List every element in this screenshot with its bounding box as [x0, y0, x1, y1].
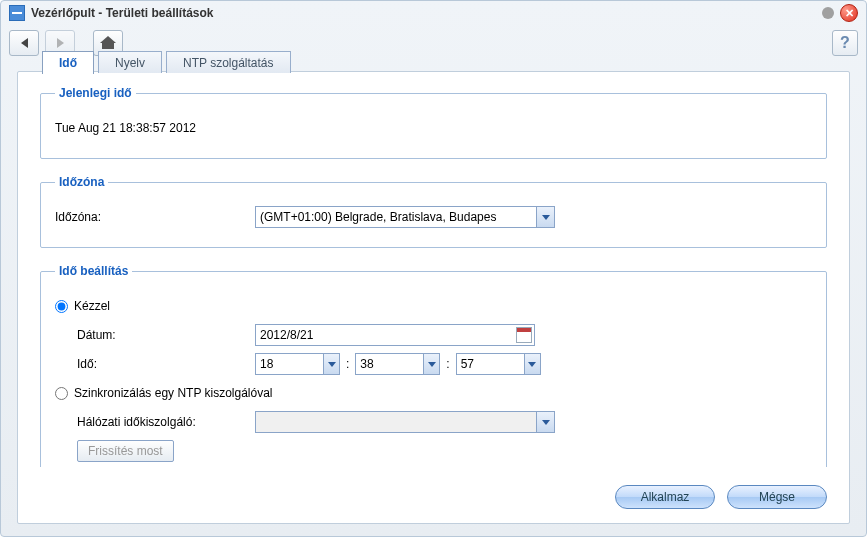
time-label: Idő:	[77, 357, 255, 371]
cancel-button[interactable]: Mégse	[727, 485, 827, 509]
manual-radio[interactable]	[55, 300, 68, 313]
timezone-label: Időzóna:	[55, 210, 255, 224]
colon-sep: :	[446, 357, 449, 371]
ntp-radio[interactable]	[55, 387, 68, 400]
ntp-radio-label: Szinkronizálás egy NTP kiszolgálóval	[74, 386, 273, 400]
cancel-label: Mégse	[759, 490, 795, 504]
date-label: Dátum:	[77, 328, 255, 342]
dropdown-button[interactable]	[323, 354, 339, 374]
tab-ntp-label: NTP szolgáltatás	[183, 56, 274, 70]
second-select[interactable]: 57	[456, 353, 541, 375]
apply-button[interactable]: Alkalmaz	[615, 485, 715, 509]
current-time-value: Tue Aug 21 18:38:57 2012	[55, 121, 196, 135]
tab-language[interactable]: Nyelv	[98, 51, 162, 73]
second-value: 57	[461, 357, 474, 371]
ntp-radio-row[interactable]: Szinkronizálás egy NTP kiszolgálóval	[55, 386, 273, 400]
arrow-left-icon	[21, 38, 28, 48]
manual-radio-label: Kézzel	[74, 299, 110, 313]
minute-value: 38	[360, 357, 373, 371]
dropdown-button[interactable]	[536, 207, 554, 227]
window-title: Vezérlőpult - Területi beállítások	[31, 6, 214, 20]
dropdown-button[interactable]	[423, 354, 439, 374]
timezone-legend: Időzóna	[55, 175, 108, 189]
server-label: Hálózati időkiszolgáló:	[77, 415, 255, 429]
arrow-right-icon	[57, 38, 64, 48]
chevron-down-icon	[542, 215, 550, 220]
back-button[interactable]	[9, 30, 39, 56]
current-time-group: Jelenlegi idő Tue Aug 21 18:38:57 2012	[40, 86, 827, 159]
timezone-select[interactable]: (GMT+01:00) Belgrade, Bratislava, Budape…	[255, 206, 555, 228]
tab-language-label: Nyelv	[115, 56, 145, 70]
time-setting-group: Idő beállítás Kézzel Dátum: 2012/8/21	[40, 264, 827, 467]
chevron-down-icon	[428, 362, 436, 367]
footer: Alkalmaz Mégse	[615, 485, 827, 509]
ntp-server-select[interactable]	[255, 411, 555, 433]
colon-sep: :	[346, 357, 349, 371]
control-panel-window: Vezérlőpult - Területi beállítások ✕ ? I…	[0, 0, 867, 537]
tab-bar: Idő Nyelv NTP szolgáltatás	[42, 51, 295, 74]
tab-time-label: Idő	[59, 56, 77, 70]
help-button[interactable]: ?	[832, 30, 858, 56]
tab-ntp[interactable]: NTP szolgáltatás	[166, 51, 291, 73]
refresh-now-label: Frissítés most	[88, 444, 163, 458]
tab-time[interactable]: Idő	[42, 51, 94, 74]
date-input[interactable]: 2012/8/21	[255, 324, 535, 346]
current-time-legend: Jelenlegi idő	[55, 86, 136, 100]
app-icon	[9, 5, 25, 21]
minute-select[interactable]: 38	[355, 353, 440, 375]
calendar-icon[interactable]	[516, 327, 532, 343]
manual-radio-row[interactable]: Kézzel	[55, 299, 110, 313]
home-icon	[101, 37, 115, 49]
content-panel: Idő Nyelv NTP szolgáltatás Jelenlegi idő…	[17, 71, 850, 524]
timezone-select-value: (GMT+01:00) Belgrade, Bratislava, Budape…	[260, 210, 496, 224]
apply-label: Alkalmaz	[641, 490, 690, 504]
time-setting-legend: Idő beállítás	[55, 264, 132, 278]
titlebar: Vezérlőpult - Területi beállítások ✕	[1, 1, 866, 25]
hour-value: 18	[260, 357, 273, 371]
refresh-now-button[interactable]: Frissítés most	[77, 440, 174, 462]
dropdown-button[interactable]	[536, 412, 554, 432]
close-button[interactable]: ✕	[840, 4, 858, 22]
hour-select[interactable]: 18	[255, 353, 340, 375]
date-input-value: 2012/8/21	[260, 328, 313, 342]
chevron-down-icon	[528, 362, 536, 367]
minimize-icon[interactable]	[822, 7, 834, 19]
dropdown-button[interactable]	[524, 354, 540, 374]
timezone-group: Időzóna Időzóna: (GMT+01:00) Belgrade, B…	[40, 175, 827, 248]
chevron-down-icon	[542, 420, 550, 425]
chevron-down-icon	[328, 362, 336, 367]
panel-body: Jelenlegi idő Tue Aug 21 18:38:57 2012 I…	[40, 86, 827, 467]
